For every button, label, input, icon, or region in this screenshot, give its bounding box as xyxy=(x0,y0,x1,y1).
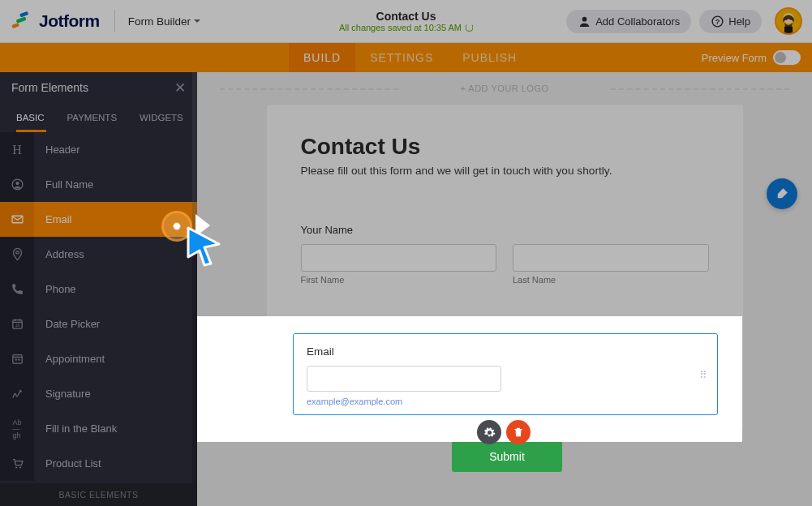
add-logo-label: + ADD YOUR LOGO xyxy=(460,84,548,93)
tab-settings[interactable]: SETTINGS xyxy=(355,43,448,72)
first-name-sublabel: First Name xyxy=(301,275,497,285)
sidebar-item-label: Date Picker xyxy=(34,318,100,330)
panel-tab-basic[interactable]: BASIC xyxy=(0,103,56,132)
sidebar-item-productlist[interactable]: Product List xyxy=(0,446,197,481)
last-name-sublabel: Last Name xyxy=(513,275,709,285)
sidebar-item-label: Fill in the Blank xyxy=(34,422,117,435)
title-block: Contact Us All changes saved at 10:35 AM xyxy=(339,10,473,32)
svg-point-7 xyxy=(786,19,788,20)
phone-icon xyxy=(0,272,34,307)
submit-label: Submit xyxy=(489,450,525,463)
gear-icon xyxy=(483,427,496,439)
svg-point-11 xyxy=(15,182,19,185)
mail-icon xyxy=(0,202,34,237)
sidebar-item-datepicker[interactable]: 10 Date Picker xyxy=(0,307,197,341)
panel-tab-widgets[interactable]: WIDGETS xyxy=(128,103,195,132)
form-builder-dropdown[interactable]: Form Builder xyxy=(128,15,200,28)
svg-text:10: 10 xyxy=(15,324,19,328)
svg-point-13 xyxy=(15,251,19,255)
svg-rect-21 xyxy=(15,359,16,361)
topbar: Jotform Form Builder Contact Us All chan… xyxy=(0,0,812,43)
topbar-right: Add Collaborators ? Help xyxy=(566,7,802,35)
signature-icon xyxy=(0,376,34,411)
calendar-icon: 10 xyxy=(0,307,34,341)
sidebar-item-label: Email xyxy=(34,213,72,225)
jotform-logo xyxy=(10,10,32,32)
sidebar-item-label: Address xyxy=(34,248,84,260)
sidebar-item-appointment[interactable]: Appointment xyxy=(0,341,197,376)
add-collaborators-label: Add Collaborators xyxy=(595,15,680,28)
help-button[interactable]: ? Help xyxy=(699,10,762,33)
panel-tabs: BASIC PAYMENTS WIDGETS xyxy=(0,103,197,132)
fill-blank-icon: Ab—gh xyxy=(0,411,34,446)
sidebar-item-label: Appointment xyxy=(34,353,105,365)
email-label: Email xyxy=(307,345,704,358)
chevron-down-icon xyxy=(194,19,200,23)
first-name-input[interactable] xyxy=(301,244,497,272)
panel-tab-payments[interactable]: PAYMENTS xyxy=(56,103,129,132)
sidebar-item-signature[interactable]: Signature xyxy=(0,376,197,411)
your-name-label: Your Name xyxy=(301,224,709,236)
preview-label: Preview Form xyxy=(702,52,767,64)
save-status-text: All changes saved at 10:35 AM xyxy=(339,23,462,32)
sidebar-item-address[interactable]: Address xyxy=(0,237,197,272)
svg-rect-1 xyxy=(16,17,27,24)
save-status: All changes saved at 10:35 AM xyxy=(339,23,473,32)
panel-header: Form Elements ✕ xyxy=(0,72,197,103)
elements-list: H Header Full Name Email Address Phone 1… xyxy=(0,132,197,481)
submit-button[interactable]: Submit xyxy=(452,441,562,472)
svg-rect-9 xyxy=(784,27,793,33)
form-subheading: Please fill out this form and we will ge… xyxy=(301,165,709,177)
svg-rect-19 xyxy=(12,355,21,364)
sidebar-item-phone[interactable]: Phone xyxy=(0,272,197,307)
builder-navbar: BUILD SETTINGS PUBLISH Preview Form xyxy=(0,43,812,72)
paint-icon xyxy=(775,187,789,201)
refresh-icon xyxy=(465,24,473,32)
svg-point-3 xyxy=(582,16,587,21)
cart-icon xyxy=(0,446,34,481)
sidebar-item-label: Phone xyxy=(34,283,76,295)
email-hint: example@example.com xyxy=(307,397,704,406)
close-icon[interactable]: ✕ xyxy=(174,79,186,96)
last-name-input[interactable] xyxy=(513,244,709,272)
sidebar-item-fillblank[interactable]: Ab—gh Fill in the Blank xyxy=(0,411,197,446)
form-title[interactable]: Contact Us xyxy=(339,10,473,23)
form-elements-panel: Form Elements ✕ BASIC PAYMENTS WIDGETS H… xyxy=(0,72,197,506)
user-icon xyxy=(0,167,34,202)
pin-icon xyxy=(0,237,34,272)
email-input[interactable] xyxy=(307,366,501,392)
sidebar-item-label: Signature xyxy=(34,388,91,400)
sidebar-item-label: Full Name xyxy=(34,178,93,191)
panel-title: Form Elements xyxy=(11,81,88,94)
sidebar-item-fullname[interactable]: Full Name xyxy=(0,167,197,202)
email-field-card[interactable]: Email example@example.com ⠿ xyxy=(293,333,718,415)
field-delete-button[interactable] xyxy=(506,420,531,444)
svg-point-8 xyxy=(790,19,792,20)
svg-rect-0 xyxy=(11,23,19,28)
avatar[interactable] xyxy=(775,7,802,35)
form-header[interactable]: Contact Us Please fill out this form and… xyxy=(267,105,743,199)
brand-name: Jotform xyxy=(39,11,100,31)
field-settings-button[interactable] xyxy=(477,420,501,444)
dropdown-label-text: Form Builder xyxy=(128,15,191,28)
tab-build[interactable]: BUILD xyxy=(289,43,355,72)
trash-icon xyxy=(513,427,524,438)
panel-footer: BASIC ELEMENTS xyxy=(0,483,197,506)
sidebar-item-header[interactable]: H Header xyxy=(0,132,197,167)
preview-toggle[interactable] xyxy=(773,50,801,65)
edit-fab[interactable] xyxy=(767,178,797,209)
svg-point-23 xyxy=(15,466,17,468)
svg-point-24 xyxy=(19,466,20,468)
sidebar-item-label: Header xyxy=(34,144,80,156)
heading-icon: H xyxy=(0,132,34,167)
drag-handle-icon[interactable]: ⠿ xyxy=(699,372,709,376)
field-action-buttons xyxy=(477,420,531,444)
add-collaborators-button[interactable]: Add Collaborators xyxy=(566,10,691,33)
preview-toggle-wrap: Preview Form xyxy=(702,50,801,65)
add-logo-button[interactable]: + ADD YOUR LOGO xyxy=(197,72,812,105)
help-icon: ? xyxy=(711,15,724,28)
form-heading: Contact Us xyxy=(301,134,709,160)
tab-publish[interactable]: PUBLISH xyxy=(448,43,531,72)
cursor-arrow-icon xyxy=(183,225,229,270)
svg-text:?: ? xyxy=(715,18,720,26)
